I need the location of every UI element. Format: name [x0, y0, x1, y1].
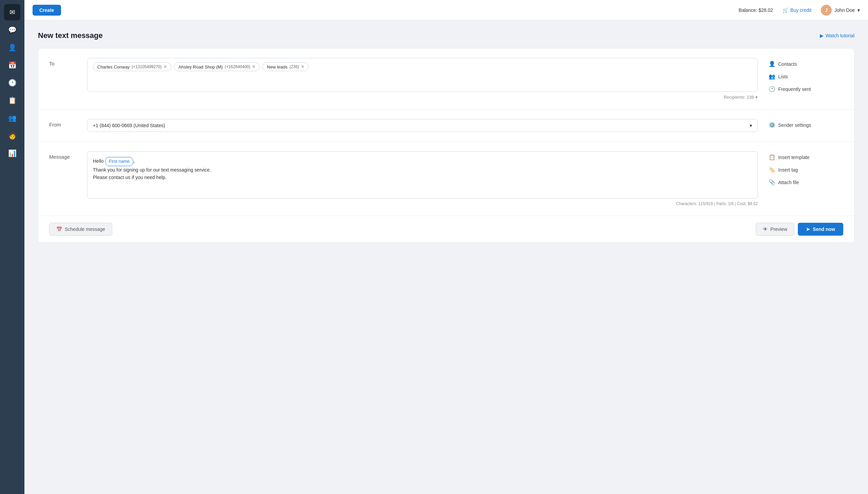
compose-card: To Charles Conway (+13105499270) × Ahsle…: [38, 48, 854, 243]
recipient-tag[interactable]: Charles Conway (+13105499270) ×: [93, 62, 171, 71]
page-title: New text message: [38, 31, 103, 40]
message-label: Message: [49, 151, 76, 160]
tasks-icon: 📋: [8, 96, 17, 104]
send-now-button[interactable]: ➤ Send now: [798, 223, 843, 236]
lists-action-icon: 👥: [769, 73, 775, 80]
avatar: J: [821, 5, 832, 16]
contacts-action-icon: 👤: [769, 61, 775, 67]
send-icon: ➤: [806, 227, 810, 232]
topbar: Create Balance: $28.02 🛒 Buy credit J Jo…: [24, 0, 868, 20]
sidebar-item-compose[interactable]: ✉: [4, 4, 20, 20]
lists-action[interactable]: 👥 Lists: [769, 72, 843, 81]
sender-settings-action[interactable]: ⚙️ Sender settings: [769, 120, 843, 130]
history-icon: 🕐: [8, 79, 17, 87]
compose-icon: ✉: [9, 8, 15, 16]
to-section: To Charles Conway (+13105499270) × Ahsle…: [38, 49, 854, 110]
calendar-icon: 📅: [8, 61, 17, 69]
message-section: Message Hello First name, Thank you for …: [38, 142, 854, 216]
to-actions: 👤 Contacts 👥 Lists 🕐 Frequently sent: [769, 58, 843, 94]
dropdown-icon: ▾: [750, 123, 752, 128]
frequently-sent-action[interactable]: 🕐 Frequently sent: [769, 84, 843, 94]
user-name: John Doe: [834, 7, 855, 13]
remove-recipient-1[interactable]: ×: [164, 64, 167, 70]
buy-credit-button[interactable]: 🛒 Buy credit: [778, 5, 815, 15]
sidebar-item-team[interactable]: 👥: [4, 110, 20, 126]
play-icon: ▶: [820, 33, 824, 38]
bottom-row: 📅 Schedule message 👁 Preview ➤ Send now: [38, 216, 854, 243]
calendar-icon: 📅: [56, 227, 62, 232]
message-content: Hello First name, Thank you for signing …: [87, 151, 758, 206]
cart-icon: 🛒: [783, 7, 788, 13]
content-area: New text message ▶ Watch tutorial To Cha…: [24, 20, 868, 494]
from-content: +1 (844) 600-0669 (United States) ▾: [87, 119, 758, 132]
account-icon: 🧑: [8, 132, 17, 140]
create-button[interactable]: Create: [33, 5, 61, 16]
sidebar-item-analytics[interactable]: 📊: [4, 145, 20, 162]
chevron-down-icon: ▾: [857, 7, 860, 13]
from-select[interactable]: +1 (844) 600-0669 (United States) ▾: [87, 119, 758, 132]
main-area: Create Balance: $28.02 🛒 Buy credit J Jo…: [24, 0, 868, 494]
sidebar-item-tasks[interactable]: 📋: [4, 92, 20, 109]
attach-file-action[interactable]: 📎 Attach file: [769, 178, 843, 187]
page-header: New text message ▶ Watch tutorial: [38, 31, 854, 40]
user-menu[interactable]: J John Doe ▾: [821, 5, 860, 16]
message-actions: 📋 Insert template 🏷️ Insert tag 📎 Attach…: [769, 151, 843, 187]
tag-icon: 🏷️: [769, 167, 775, 173]
template-icon: 📋: [769, 154, 775, 160]
recipient-tag[interactable]: Ahsley Road Shop (M) (+162640400) ×: [174, 62, 260, 71]
gear-icon: ⚙️: [769, 122, 775, 128]
recipient-tag[interactable]: New leads (236) ×: [263, 62, 309, 71]
remove-recipient-3[interactable]: ×: [301, 64, 304, 70]
from-label: From: [49, 119, 76, 128]
eye-icon: 👁: [763, 227, 768, 232]
messages-icon: 💬: [8, 26, 17, 34]
preview-button[interactable]: 👁 Preview: [756, 223, 794, 236]
message-stats: Characters: 115/918 | Parts: 1/6 | Cost:…: [87, 202, 758, 206]
insert-tag-action[interactable]: 🏷️ Insert tag: [769, 165, 843, 174]
from-actions: ⚙️ Sender settings: [769, 119, 843, 130]
sidebar-item-calendar[interactable]: 📅: [4, 57, 20, 73]
schedule-button[interactable]: 📅 Schedule message: [49, 223, 112, 236]
right-buttons: 👁 Preview ➤ Send now: [756, 223, 843, 236]
insert-template-action[interactable]: 📋 Insert template: [769, 153, 843, 162]
recipients-count: Recipients: 238 ▾: [87, 95, 758, 100]
contacts-action[interactable]: 👤 Contacts: [769, 59, 843, 69]
sidebar-item-contacts[interactable]: 👤: [4, 39, 20, 56]
contacts-icon: 👤: [8, 43, 17, 52]
sidebar-item-history[interactable]: 🕐: [4, 75, 20, 91]
chevron-down-icon: ▾: [755, 95, 758, 100]
to-field[interactable]: Charles Conway (+13105499270) × Ahsley R…: [87, 58, 758, 92]
message-input[interactable]: Hello First name, Thank you for signing …: [87, 151, 758, 199]
first-name-tag[interactable]: First name: [105, 157, 133, 166]
remove-recipient-2[interactable]: ×: [252, 64, 255, 70]
to-content: Charles Conway (+13105499270) × Ahsley R…: [87, 58, 758, 100]
watch-tutorial-link[interactable]: ▶ Watch tutorial: [820, 33, 854, 38]
sidebar: ✉ 💬 👤 📅 🕐 📋 👥 🧑 📊: [0, 0, 24, 494]
paperclip-icon: 📎: [769, 179, 775, 186]
to-label: To: [49, 58, 76, 66]
from-section: From +1 (844) 600-0669 (United States) ▾…: [38, 110, 854, 142]
team-icon: 👥: [8, 114, 17, 122]
sidebar-item-account[interactable]: 🧑: [4, 128, 20, 144]
analytics-icon: 📊: [8, 149, 17, 157]
sidebar-item-messages[interactable]: 💬: [4, 22, 20, 38]
balance-display: Balance: $28.02: [739, 7, 773, 13]
clock-icon: 🕐: [769, 86, 775, 92]
